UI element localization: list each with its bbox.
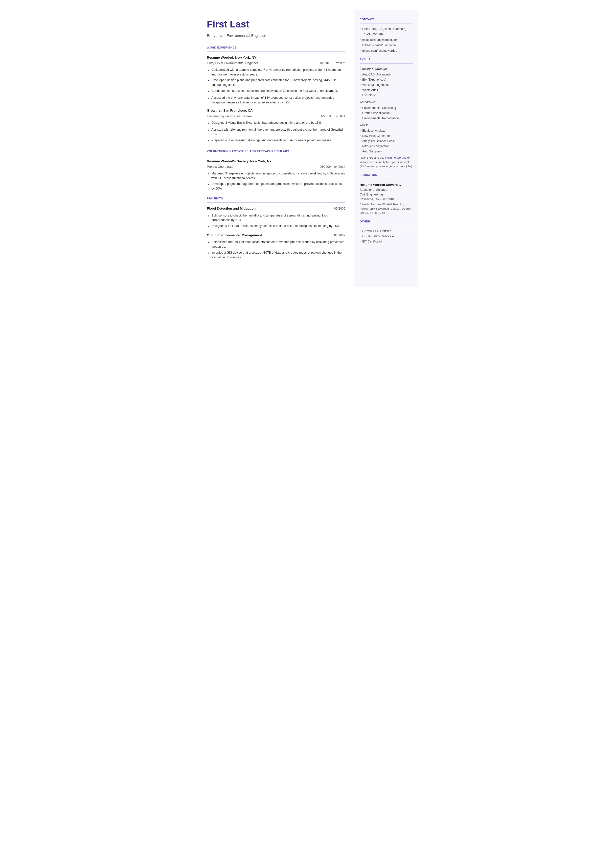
project-2-date: 04/2009 [334,233,345,238]
list-item: Invented a GIS device that analyzes >10T… [208,250,346,260]
list-item: Ground Investigation [360,111,413,115]
contact-divider [360,23,413,24]
volunteer-1-title-row: Project Coordinator 06/2009 – 04/2010 [207,164,346,169]
project-1-bullets: Built sensors to check the humidity and … [207,213,346,230]
list-item: Managed 3 large-scale projects from ince… [208,171,346,181]
project-1: Flood Detection and Mitigation 05/2009 B… [207,206,346,229]
list-item: HAZWOPER Certified [360,229,413,233]
list-item: Collaborated with a team to complete 7 e… [208,68,346,77]
list-item: Waste Audit [360,88,413,92]
project-2: GIS in Environmental Management 04/2009 … [207,233,346,259]
tools-label: Tools: [360,123,413,128]
job-2-title: Engineering Technician Trainee [207,114,252,119]
job-1-title-row: Entry Level Environmental Engineer 01/20… [207,61,346,65]
volunteer-1: Resume Worded's Society, New York, NY Pr… [207,159,346,191]
volunteer-1-header: Resume Worded's Society, New York, NY [207,159,346,164]
candidate-name: First Last [207,17,346,31]
education-block: Resume Worded University Bachelor of Sci… [360,182,413,215]
list-item: Auto Samplers [360,149,413,154]
edu-field: Civil Engineering [360,192,413,197]
resume-worded-note: · Don't forget to use Resume Worded to s… [360,156,413,169]
project-1-date: 05/2009 [334,207,345,211]
list-item: Designed a tool that facilitates timely … [208,224,346,229]
project-2-bullets: Established that 78% of flood disasters … [207,240,346,259]
project-2-header: GIS in Environmental Management 04/2009 [207,233,346,238]
job-1-bullets: Collaborated with a team to complete 7 e… [207,68,346,105]
resume-worded-link[interactable]: Resume Worded [385,156,406,159]
work-experience-divider [207,51,346,52]
list-item: Environmental Consulting [360,106,413,110]
resume-header: First Last Entry Level Environmental Eng… [207,17,346,39]
tools-list: Biodiesel Analyzer Dew Point Generator A… [360,129,413,154]
project-2-title: GIS in Environmental Management [207,233,262,238]
right-column: CONTACT Little Rock, AR (Open to Remote)… [354,10,419,287]
list-item: Little Rock, AR (Open to Remote) [360,27,413,31]
left-column: First Last Entry Level Environmental Eng… [196,10,354,287]
list-item: Nitrogen Evaporator [360,144,413,149]
industry-knowledge-label: Industry Knowledge: [360,67,413,71]
list-item: Assessed the environmental impact of 14+… [208,96,346,105]
industry-knowledge-list: AutoCAD (Advanced) EIA (Experienced) Was… [360,72,413,98]
edu-location: Pasadena, CA — 05/2010 [360,197,413,202]
skills-divider [360,63,413,64]
list-item: Developed project management templates a… [208,182,346,191]
list-item: Environmental Remediation [360,116,413,121]
list-item: Conducted construction inspection and fi… [208,89,346,94]
projects-divider [207,202,346,203]
job-2-bullets: Designed 2 Visual Basic Excel tools that… [207,121,346,144]
job-2-header: Growthsi, San Francisco, CA [207,108,346,113]
job-2-company: Growthsi, San Francisco, CA [207,108,253,113]
job-2-title-row: Engineering Technician Trainee 06/2010 –… [207,114,346,119]
list-item: Designed 2 Visual Basic Excel tools that… [208,121,346,126]
list-item: email@resumeworded.com [360,37,413,42]
job-1: Resume Worded, New York, NY Entry Level … [207,55,346,105]
volunteer-1-title: Project Coordinator [207,164,235,169]
volunteer-1-bullets: Managed 3 large-scale projects from ince… [207,171,346,191]
list-item: OSHA Safety Certificate [360,234,413,239]
volunteer-1-dates: 06/2009 – 04/2010 [319,165,345,169]
edu-awards: Awards: Resume Worded Teaching Fellow (o… [360,202,413,215]
resume-page: First Last Entry Level Environmental Eng… [196,0,419,297]
work-experience-section-title: WORK EXPERIENCE [207,45,346,50]
job-1-title: Entry Level Environmental Engineer [207,61,258,65]
contact-section-title: CONTACT [360,17,413,22]
list-item: Hydrology [360,93,413,98]
job-1-company: Resume Worded, New York, NY [207,55,256,60]
project-1-title: Flood Detection and Mitigation [207,206,256,211]
project-1-header: Flood Detection and Mitigation 05/2009 [207,206,346,211]
list-item: linkedin.com/in/username [360,43,413,48]
volunteering-divider [207,155,346,155]
list-item: Assisted with 10+ environmental improvem… [208,127,346,137]
other-list: HAZWOPER Certified OSHA Safety Certifica… [360,229,413,244]
list-item: AutoCAD (Advanced) [360,72,413,77]
edu-degree: Bachelor of Science [360,188,413,192]
contact-list: Little Rock, AR (Open to Remote) +1-234-… [360,27,413,53]
job-1-dates: 01/2015 – Present [320,61,345,65]
techniques-list: Environmental Consulting Ground Investig… [360,106,413,121]
list-item: Prepared 45+ engineering drawings and do… [208,138,346,144]
list-item: Waste Management [360,83,413,87]
volunteering-section-title: VOLUNTEERING ACTIVITIES AND EXTRACURRICU… [207,149,346,154]
education-section-title: EDUCATION [360,173,413,177]
job-1-header: Resume Worded, New York, NY [207,55,346,60]
list-item: EIT Certification [360,239,413,244]
other-section-title: OTHER [360,219,413,224]
techniques-label: Techniques: [360,100,413,105]
list-item: EIA (Experienced) [360,78,413,82]
list-item: Developed design plans and prepared cost… [208,78,346,87]
job-2-dates: 06/2010 – 12/2014 [319,114,345,118]
list-item: github.com/resumeworded [360,48,413,53]
job-2: Growthsi, San Francisco, CA Engineering … [207,108,346,143]
list-item: +1-234-456-789 [360,32,413,37]
list-item: Analytical Balance Scale [360,139,413,143]
skills-section-title: SKILLS [360,57,413,62]
list-item: Biodiesel Analyzer [360,129,413,133]
projects-section-title: PROJECTS [207,196,346,201]
list-item: Dew Point Generator [360,134,413,138]
candidate-subtitle: Entry Level Environmental Engineer [207,33,346,39]
list-item: Built sensors to check the humidity and … [208,213,346,223]
volunteer-1-company: Resume Worded's Society, New York, NY [207,159,272,164]
edu-school: Resume Worded University [360,182,413,187]
list-item: Established that 78% of flood disasters … [208,240,346,249]
